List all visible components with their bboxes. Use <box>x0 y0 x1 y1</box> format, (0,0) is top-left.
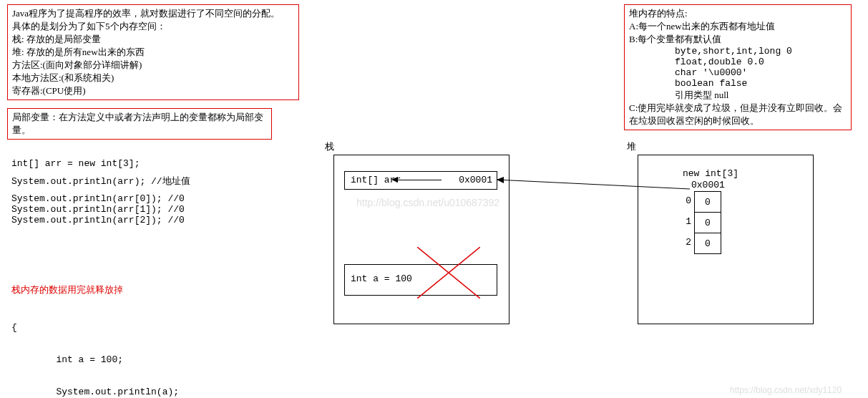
code2-l3: System.out.println(a); <box>11 387 179 397</box>
stack-release-note: 栈内存的数据用完就释放掉 <box>11 283 123 296</box>
code-c3: System.out.println(arr[0]); //0 <box>11 193 190 204</box>
code2-l1: { <box>11 322 179 333</box>
heap-idx1: 1 <box>677 216 691 227</box>
intro-l3: 栈: 存放的是局部变量 <box>12 33 294 46</box>
hb-l1: 堆内存的特点: <box>629 7 847 20</box>
hb-l7: boolean false <box>629 78 847 89</box>
heap-cell0: 0 <box>694 191 721 213</box>
stack-title: 栈 <box>325 140 334 153</box>
svg-marker-3 <box>497 177 504 183</box>
localvar-box: 局部变量：在方法定义中或者方法声明上的变量都称为局部变量。 <box>7 108 272 140</box>
hb-l4: byte,short,int,long 0 <box>629 46 847 57</box>
heap-idx2: 2 <box>677 237 691 248</box>
stack-inta-text: int a = 100 <box>351 273 412 284</box>
heap-v0: 0 <box>705 197 711 208</box>
code-block-2: { int a = 100; System.out.println(a); } <box>11 301 179 398</box>
intro-l6: 本地方法区:(和系统相关) <box>12 72 294 84</box>
hb-l3: B:每个变量都有默认值 <box>629 33 847 46</box>
code-block-1: int[] arr = new int[3]; System.out.print… <box>11 158 190 225</box>
watermark-2: https://blog.csdn.net/xdy1120 <box>730 385 842 395</box>
hb-l9: C:使用完毕就变成了垃圾，但是并没有立即回收。会在垃圾回收器空闲的时候回收。 <box>629 102 847 127</box>
heap-v1: 0 <box>705 218 711 228</box>
hb-l8: 引用类型 null <box>629 89 847 102</box>
heap-array: 0 0 1 0 2 0 <box>694 191 721 254</box>
intro-l5: 方法区:(面向对象部分详细讲解) <box>12 59 294 72</box>
intro-l4: 堆: 存放的是所有new出来的东西 <box>12 46 294 59</box>
hb-l5: float,double 0.0 <box>629 57 847 67</box>
svg-line-2 <box>497 180 690 189</box>
code2-l2: int a = 100; <box>11 354 179 365</box>
stack-arr-arrow-head <box>391 177 398 183</box>
heap-v2: 0 <box>705 238 711 249</box>
hb-l2: A:每一个new出来的东西都有地址值 <box>629 20 847 33</box>
stack-box: int[] arr 0x0001 int a = 100 <box>333 155 509 324</box>
stack-arr-box: int[] arr 0x0001 <box>344 171 497 190</box>
intro-l1: Java程序为了提高程序的效率，就对数据进行了不同空间的分配。 <box>12 7 294 20</box>
heap-char-box: 堆内存的特点: A:每一个new出来的东西都有地址值 B:每个变量都有默认值 b… <box>624 4 852 130</box>
localvar-text: 局部变量：在方法定义中或者方法声明上的变量都称为局部变量。 <box>12 112 263 135</box>
intro-box: Java程序为了提高程序的效率，就对数据进行了不同空间的分配。 具体的是划分为了… <box>7 4 299 100</box>
watermark-1: http://blog.csdn.net/u010687392 <box>356 197 499 208</box>
intro-l7: 寄存器:(CPU使用) <box>12 84 294 97</box>
heap-newint: new int[3] <box>683 168 738 179</box>
stack-arr-arrow-line <box>396 180 442 180</box>
code-c5: System.out.println(arr[2]); //0 <box>11 215 190 225</box>
stack-inta-box: int a = 100 <box>344 264 497 296</box>
heap-cell1: 0 <box>694 212 721 233</box>
heap-addr: 0x0001 <box>691 180 725 190</box>
stack-arr-addr: 0x0001 <box>459 175 492 185</box>
code-c1: int[] arr = new int[3]; <box>11 158 190 169</box>
code-c4: System.out.println(arr[1]); //0 <box>11 204 190 215</box>
intro-l2: 具体的是划分为了如下5个内存空间： <box>12 20 294 33</box>
heap-cell2: 0 <box>694 233 721 254</box>
pointer-arrow <box>497 178 690 206</box>
code-c2: System.out.println(arr); //地址值 <box>11 175 190 188</box>
heap-title: 堆 <box>627 140 636 153</box>
hb-l6: char '\u0000' <box>629 67 847 78</box>
